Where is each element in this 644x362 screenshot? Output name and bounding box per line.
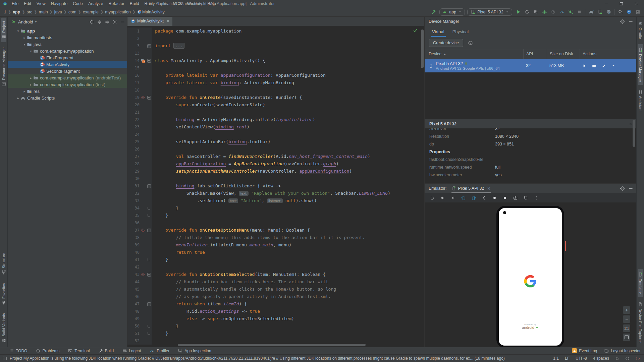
column-header-c-size[interactable]: Size on Disk	[547, 49, 580, 59]
toolwindow-button-logcat[interactable]: Logcat	[122, 349, 141, 353]
editor-horizontal-scrollbar[interactable]	[178, 344, 366, 346]
tool-button-structure[interactable]: Structure	[1, 250, 6, 278]
power-icon[interactable]	[428, 194, 436, 201]
column-header-device[interactable]: Device▲	[425, 49, 523, 59]
close-tab-icon[interactable]: ✕	[166, 19, 170, 23]
debug-icon[interactable]	[541, 8, 548, 16]
tool-button-project[interactable]: Project	[1, 18, 6, 42]
avatar-icon[interactable]	[634, 8, 641, 16]
fold-marker[interactable]	[146, 227, 152, 234]
fold-marker[interactable]	[146, 256, 152, 263]
tool-button-emulator[interactable]: Emulator	[638, 269, 643, 297]
tree-item-FirstFragment[interactable]: FirstFragment	[8, 54, 127, 61]
tree-item-res[interactable]: ▸res	[8, 88, 127, 95]
class-marker-gutter-icon[interactable]	[140, 57, 146, 64]
search-icon[interactable]	[616, 8, 624, 16]
tool-button-device-file-explorer[interactable]: Device File Explorer	[638, 299, 643, 346]
zoom-fit-button[interactable]	[623, 334, 630, 341]
close-icon[interactable]	[629, 122, 633, 126]
fold-marker[interactable]	[146, 204, 152, 212]
sdk-manager-icon[interactable]	[605, 8, 612, 16]
menu-file[interactable]: File	[9, 0, 21, 7]
sync-icon[interactable]	[625, 8, 633, 16]
rotate-right-icon[interactable]	[470, 194, 478, 201]
rotate-left-icon[interactable]	[459, 194, 467, 201]
hide-icon[interactable]	[120, 19, 125, 24]
status-item-4-spaces[interactable]: 4 spaces	[593, 356, 609, 361]
tree-item-com-example-myapplication[interactable]: ▸com.example.myapplication(test)	[8, 81, 127, 88]
stop-icon[interactable]	[576, 8, 583, 16]
tree-item-MainActivity[interactable]: MainActivity	[8, 61, 127, 68]
status-item-UTF-8[interactable]: UTF-8	[576, 356, 587, 361]
overview-icon[interactable]	[501, 194, 509, 201]
tree-chevron-icon[interactable]: ▸	[22, 36, 27, 40]
tree-chevron-icon[interactable]: ▸	[29, 76, 33, 80]
tree-item-Gradle Scripts[interactable]: ▸Gradle Scripts	[8, 95, 127, 101]
locate-icon[interactable]	[89, 19, 94, 24]
breadcrumb-item-MainActivity[interactable]: MainActivity	[142, 10, 165, 14]
pencil-white-icon[interactable]	[602, 64, 606, 68]
fold-marker[interactable]	[146, 322, 152, 330]
toolwindow-button-todo[interactable]: TODO	[9, 349, 27, 353]
snapshots-icon[interactable]	[522, 194, 530, 201]
tree-chevron-icon[interactable]: ▸	[29, 83, 33, 86]
rerun-icon[interactable]	[523, 8, 531, 16]
smile-icon[interactable]	[625, 356, 630, 361]
collapse-all-icon[interactable]	[105, 19, 110, 24]
tree-item-java[interactable]: ▾java	[8, 41, 127, 48]
fold-marker[interactable]	[146, 42, 152, 50]
breadcrumb-item-myapplication[interactable]: myapplication	[105, 10, 130, 14]
help-icon[interactable]	[468, 41, 473, 46]
breadcrumb-item-java[interactable]: java	[54, 10, 62, 14]
emulator-tab[interactable]: Pixel 5 API 32 ✕	[451, 184, 491, 193]
device-select[interactable]: Pixel 5 API 32	[467, 8, 512, 16]
tab-physical[interactable]: Physical	[449, 29, 472, 37]
breadcrumb-item-com[interactable]: com	[68, 10, 76, 14]
tool-button-assistant[interactable]: Assistant	[638, 87, 643, 115]
tree-chevron-icon[interactable]: ▾	[22, 43, 27, 46]
tool-button-resource-manager[interactable]: Resource Manager	[1, 44, 6, 89]
maximize-button[interactable]	[614, 0, 629, 7]
fold-marker[interactable]	[146, 57, 152, 64]
menu-view[interactable]: View	[34, 0, 48, 7]
zoom-one-to-one-button[interactable]: 1:1	[623, 324, 630, 332]
editor-vertical-scrollbar[interactable]	[421, 29, 424, 68]
breadcrumb-item-src[interactable]: src	[27, 10, 33, 14]
hide-icon[interactable]	[628, 186, 633, 191]
play-white-icon[interactable]	[582, 64, 587, 68]
close-button[interactable]	[629, 0, 644, 7]
more-vert-icon[interactable]	[532, 194, 540, 201]
editor-tab-mainactivity[interactable]: MainActivity.kt ✕	[127, 16, 172, 26]
tool-button-favorites[interactable]: Favorites	[1, 280, 6, 308]
attach-debugger-icon[interactable]	[567, 8, 574, 16]
toolwindow-button-app-inspection[interactable]: App Inspection	[178, 349, 211, 353]
play-icon[interactable]	[515, 8, 522, 16]
screenshot-icon[interactable]	[511, 194, 519, 201]
frown-icon[interactable]	[636, 356, 640, 361]
breadcrumb-item-main[interactable]: main	[39, 10, 48, 14]
device-manager-icon[interactable]	[596, 8, 603, 16]
tool-window-toggle-icon[interactable]	[3, 356, 7, 361]
override-gutter-icon[interactable]	[140, 271, 146, 278]
menu-edit[interactable]: Edit	[21, 0, 34, 7]
column-header-c-api[interactable]: API	[523, 49, 547, 59]
menu-refactor[interactable]: Refactor	[106, 0, 127, 7]
fold-marker[interactable]	[146, 271, 152, 278]
tab-virtual[interactable]: Virtual	[429, 29, 448, 37]
run-config-select[interactable]: app	[439, 8, 465, 16]
back-icon[interactable]	[480, 194, 488, 201]
status-item-LF[interactable]: LF	[565, 356, 570, 361]
home-icon[interactable]	[490, 194, 498, 201]
coverage-icon[interactable]	[549, 8, 557, 16]
fold-marker[interactable]	[146, 300, 152, 308]
toolwindow-button-problems[interactable]: Problems	[36, 349, 59, 353]
menu-code[interactable]: Code	[70, 0, 86, 7]
gradle-sync-icon[interactable]	[587, 8, 595, 16]
tree-chevron-icon[interactable]: ▾	[29, 49, 33, 53]
hide-icon[interactable]	[628, 19, 633, 24]
tree-chevron-icon[interactable]: ▸	[22, 89, 27, 93]
project-view-selector[interactable]: Android ▾	[11, 19, 37, 24]
toolwindow-button-event-log[interactable]: 4Event Log	[572, 348, 597, 353]
tree-item-com-example-myapplication[interactable]: ▸com.example.myapplication(androidTest)	[8, 74, 127, 81]
lock-icon[interactable]	[615, 356, 619, 360]
